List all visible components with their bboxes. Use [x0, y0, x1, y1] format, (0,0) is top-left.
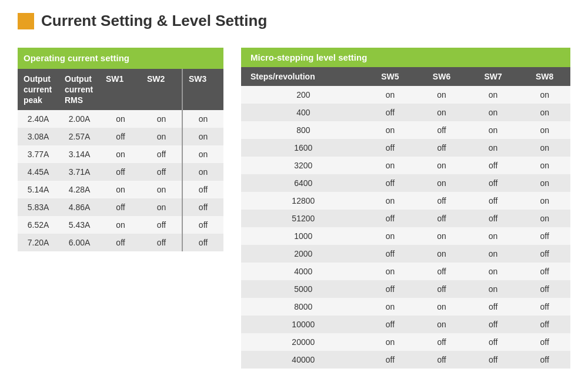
stepping-cell-steps: 12800: [241, 192, 365, 210]
title-icon: [18, 13, 34, 29]
current-table: Operating current setting Output current…: [18, 48, 223, 251]
stepping-cell-sw6: off: [416, 280, 467, 298]
stepping-cell-sw8: on: [519, 121, 570, 139]
current-cell-sw3: off: [182, 216, 223, 234]
current-cell-peak: 6.52A: [18, 216, 59, 234]
current-cell-sw2: on: [141, 110, 182, 128]
current-table-row: 4.45A3.71Aoffoffon: [18, 163, 223, 181]
stepping-cell-sw7: on: [467, 139, 519, 157]
current-cell-sw1: off: [100, 128, 141, 145]
stepping-cell-sw6: off: [416, 263, 467, 280]
stepping-cell-steps: 8000: [241, 298, 365, 316]
stepping-cell-sw5: off: [365, 280, 416, 298]
stepping-table-row: 20000onoffoffoff: [241, 333, 570, 351]
current-cell-rms: 6.00A: [59, 234, 100, 251]
stepping-table-row: 40000offoffoffoff: [241, 351, 570, 369]
current-cell-sw1: on: [100, 145, 141, 163]
stepping-cell-sw7: off: [467, 157, 519, 174]
stepping-cell-steps: 400: [241, 104, 365, 121]
stepping-section-header: Micro-stepping level setting: [241, 48, 570, 67]
stepping-cell-sw5: off: [365, 316, 416, 333]
stepping-cell-sw7: off: [467, 210, 519, 227]
stepping-cell-sw6: on: [416, 227, 467, 245]
stepping-cell-sw5: on: [365, 227, 416, 245]
stepping-cell-sw6: off: [416, 121, 467, 139]
stepping-cell-sw5: on: [365, 86, 416, 104]
current-cell-sw1: off: [100, 163, 141, 181]
stepping-cell-sw7: on: [467, 86, 519, 104]
current-cell-sw1: on: [100, 181, 141, 198]
current-cell-rms: 4.86A: [59, 198, 100, 216]
stepping-cell-sw6: off: [416, 139, 467, 157]
current-cell-peak: 2.40A: [18, 110, 59, 128]
stepping-cell-sw6: off: [416, 351, 467, 369]
current-table-row: 2.40A2.00Aononon: [18, 110, 223, 128]
current-cell-sw2: off: [141, 216, 182, 234]
current-table-row: 6.52A5.43Aonoffoff: [18, 216, 223, 234]
stepping-cell-steps: 2000: [241, 245, 365, 263]
stepping-table-row: 6400offonoffon: [241, 174, 570, 192]
current-cell-sw2: on: [141, 181, 182, 198]
stepping-cell-sw6: off: [416, 333, 467, 351]
stepping-cell-sw7: on: [467, 280, 519, 298]
stepping-table-row: 200onononon: [241, 86, 570, 104]
stepping-cell-sw5: on: [365, 157, 416, 174]
stepping-cell-sw6: on: [416, 86, 467, 104]
stepping-table: Micro-stepping level setting Steps/revol…: [241, 48, 570, 369]
stepping-cell-steps: 800: [241, 121, 365, 139]
current-table-row: 7.20A6.00Aoffoffoff: [18, 234, 223, 251]
stepping-cell-sw8: off: [519, 245, 570, 263]
current-cell-sw3: off: [182, 198, 223, 216]
current-col-header-peak: Output current peak: [18, 69, 59, 111]
current-cell-sw3: on: [182, 163, 223, 181]
current-cell-peak: 7.20A: [18, 234, 59, 251]
stepping-col-header-steps: Steps/revolution: [241, 67, 365, 86]
stepping-table-row: 8000ononoffoff: [241, 298, 570, 316]
stepping-cell-sw8: on: [519, 174, 570, 192]
stepping-cell-steps: 51200: [241, 210, 365, 227]
stepping-cell-sw7: off: [467, 298, 519, 316]
tables-container: Operating current setting Output current…: [18, 48, 570, 369]
stepping-cell-steps: 3200: [241, 157, 365, 174]
stepping-cell-sw5: on: [365, 333, 416, 351]
current-cell-rms: 2.00A: [59, 110, 100, 128]
stepping-cell-sw8: off: [519, 280, 570, 298]
stepping-cell-steps: 10000: [241, 316, 365, 333]
stepping-cell-sw7: off: [467, 316, 519, 333]
current-cell-sw3: off: [182, 234, 223, 251]
current-cell-sw3: on: [182, 128, 223, 145]
stepping-cell-sw5: off: [365, 351, 416, 369]
stepping-cell-sw6: on: [416, 298, 467, 316]
current-table-row: 3.08A2.57Aoffonon: [18, 128, 223, 145]
stepping-cell-sw7: on: [467, 245, 519, 263]
current-cell-rms: 3.71A: [59, 163, 100, 181]
stepping-cell-steps: 1600: [241, 139, 365, 157]
current-col-header-sw3: SW3: [182, 69, 223, 111]
current-cell-peak: 5.14A: [18, 181, 59, 198]
stepping-table-wrapper: Micro-stepping level setting Steps/revol…: [241, 48, 570, 369]
stepping-cell-sw7: off: [467, 351, 519, 369]
stepping-cell-sw8: on: [519, 192, 570, 210]
current-cell-peak: 4.45A: [18, 163, 59, 181]
stepping-col-header-sw7: SW7: [467, 67, 519, 86]
stepping-cell-sw8: on: [519, 157, 570, 174]
stepping-table-row: 51200offoffoffon: [241, 210, 570, 227]
current-table-row: 5.14A4.28Aononoff: [18, 181, 223, 198]
stepping-cell-sw5: on: [365, 263, 416, 280]
stepping-cell-sw5: off: [365, 104, 416, 121]
current-col-header-sw1: SW1: [100, 69, 141, 111]
stepping-cell-sw8: off: [519, 227, 570, 245]
stepping-table-row: 12800onoffoffon: [241, 192, 570, 210]
stepping-cell-sw8: on: [519, 86, 570, 104]
stepping-table-row: 1000onononoff: [241, 227, 570, 245]
stepping-cell-steps: 4000: [241, 263, 365, 280]
current-cell-sw1: off: [100, 234, 141, 251]
stepping-table-row: 5000offoffonoff: [241, 280, 570, 298]
current-cell-rms: 2.57A: [59, 128, 100, 145]
stepping-cell-sw5: off: [365, 139, 416, 157]
stepping-cell-sw7: on: [467, 227, 519, 245]
current-cell-sw2: on: [141, 198, 182, 216]
current-cell-sw3: off: [182, 181, 223, 198]
stepping-table-row: 10000offonoffoff: [241, 316, 570, 333]
stepping-cell-sw6: on: [416, 245, 467, 263]
